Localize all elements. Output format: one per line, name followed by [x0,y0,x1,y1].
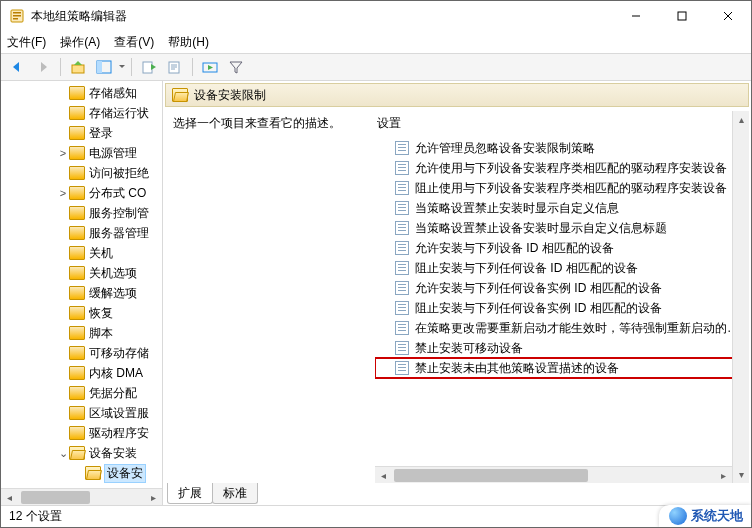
settings-vertical-scrollbar[interactable]: ▴ ▾ [732,111,749,483]
title-bar: 本地组策略编辑器 [1,1,751,31]
settings-item[interactable]: 当策略设置禁止安装时显示自定义信息 [375,198,749,218]
forward-button[interactable] [31,56,55,78]
scroll-track[interactable] [18,489,145,505]
tree-item[interactable]: 内核 DMA [1,363,162,383]
scroll-up-icon[interactable]: ▴ [733,111,749,128]
settings-column: 设置 允许管理员忽略设备安装限制策略允许使用与下列设备安装程序类相匹配的驱动程序… [375,111,749,483]
policy-icon [395,221,409,235]
settings-item[interactable]: 允许安装与下列设备 ID 相匹配的设备 [375,238,749,258]
watermark-text: 系统天地 [691,507,743,525]
tree-item[interactable]: 服务器管理 [1,223,162,243]
details-header: 设备安装限制 [165,83,749,107]
svg-marker-21 [208,65,213,70]
details-panel: 设备安装限制 选择一个项目来查看它的描述。 设置 允许管理员忽略设备安装限制策略… [163,81,751,505]
tree-item[interactable]: 关机选项 [1,263,162,283]
tree-item[interactable]: 区域设置服 [1,403,162,423]
chevron-right-icon[interactable] [57,187,69,199]
scroll-track[interactable] [733,128,749,466]
settings-item[interactable]: 当策略设置禁止设备安装时显示自定义信息标题 [375,218,749,238]
tree-item[interactable]: 存储运行状 [1,103,162,123]
tree-item[interactable]: 设备安装 [1,443,162,463]
tree-item[interactable]: 存储感知 [1,83,162,103]
chevron-right-icon[interactable] [57,147,69,159]
tree-item[interactable]: 分布式 CO [1,183,162,203]
scroll-right-icon[interactable]: ▸ [145,489,162,505]
settings-item[interactable]: 允许安装与下列任何设备实例 ID 相匹配的设备 [375,278,749,298]
settings-item[interactable]: 在策略更改需要重新启动才能生效时，等待强制重新启动的… [375,318,749,338]
tab-extended[interactable]: 扩展 [167,483,213,504]
properties-button[interactable] [163,56,187,78]
tree-item-label: 恢复 [89,305,113,322]
scroll-left-icon[interactable]: ◂ [375,467,392,483]
settings-item[interactable]: 允许使用与下列设备安装程序类相匹配的驱动程序安装设备 [375,158,749,178]
window-title: 本地组策略编辑器 [31,8,613,25]
scroll-track[interactable] [392,467,715,483]
scroll-thumb[interactable] [394,469,588,482]
settings-item[interactable]: 阻止使用与下列设备安装程序类相匹配的驱动程序安装设备 [375,178,749,198]
back-button[interactable] [5,56,29,78]
tree-item[interactable]: 可移动存储 [1,343,162,363]
tree-item[interactable]: 驱动程序安 [1,423,162,443]
maximize-button[interactable] [659,1,705,31]
tree-panel: 存储感知存储运行状登录电源管理访问被拒绝分布式 CO服务控制管服务器管理关机关机… [1,81,163,505]
tree-item[interactable]: 关机 [1,243,162,263]
policy-icon [395,341,409,355]
menu-view[interactable]: 查看(V) [114,34,154,51]
tree-toggle-spacer [57,407,69,419]
tree-item[interactable]: 缓解选项 [1,283,162,303]
app-icon [9,8,25,24]
scroll-down-icon[interactable]: ▾ [733,466,749,483]
filter-button[interactable] [224,56,248,78]
tree-item[interactable]: 访问被拒绝 [1,163,162,183]
tree-horizontal-scrollbar[interactable]: ◂ ▸ [1,488,162,505]
tab-standard[interactable]: 标准 [212,483,258,504]
tree-toggle-spacer [73,467,85,479]
tree-toggle-spacer [57,287,69,299]
scroll-thumb[interactable] [21,491,91,504]
scroll-right-icon[interactable]: ▸ [715,467,732,483]
settings-item[interactable]: 阻止安装与下列任何设备实例 ID 相匹配的设备 [375,298,749,318]
policy-icon [395,241,409,255]
settings-item-label: 允许安装与下列任何设备实例 ID 相匹配的设备 [415,280,662,297]
policy-icon [395,281,409,295]
settings-horizontal-scrollbar[interactable]: ◂ ▸ [375,466,732,483]
tree-item[interactable]: 服务控制管 [1,203,162,223]
export-button[interactable] [137,56,161,78]
tree-scroll-area[interactable]: 存储感知存储运行状登录电源管理访问被拒绝分布式 CO服务控制管服务器管理关机关机… [1,81,162,488]
folder-open-icon [172,88,188,102]
tree-item-label: 内核 DMA [89,365,143,382]
menu-file[interactable]: 文件(F) [7,34,46,51]
settings-item[interactable]: 禁止安装可移动设备 [375,338,749,358]
settings-item[interactable]: 允许管理员忽略设备安装限制策略 [375,138,749,158]
toolbar-dropdown-icon[interactable] [118,56,126,78]
up-button[interactable] [66,56,90,78]
settings-list[interactable]: 允许管理员忽略设备安装限制策略允许使用与下列设备安装程序类相匹配的驱动程序安装设… [375,138,749,466]
tree-item[interactable]: 脚本 [1,323,162,343]
chevron-down-icon[interactable] [57,447,69,460]
show-hide-tree-button[interactable] [92,56,116,78]
menu-help[interactable]: 帮助(H) [168,34,209,51]
close-button[interactable] [705,1,751,31]
tree-item-label: 存储感知 [89,85,137,102]
details-content: 选择一个项目来查看它的描述。 设置 允许管理员忽略设备安装限制策略允许使用与下列… [163,111,751,483]
scroll-left-icon[interactable]: ◂ [1,489,18,505]
preview-button[interactable] [198,56,222,78]
tree-item-label: 设备安装 [89,445,137,462]
tree-item[interactable]: 登录 [1,123,162,143]
tree-item[interactable]: 电源管理 [1,143,162,163]
description-prompt: 选择一个项目来查看它的描述。 [173,115,369,132]
settings-item-label: 阻止安装与下列任何设备实例 ID 相匹配的设备 [415,300,662,317]
settings-column-header[interactable]: 设置 [375,111,749,138]
main-body: 存储感知存储运行状登录电源管理访问被拒绝分布式 CO服务控制管服务器管理关机关机… [1,81,751,505]
policy-icon [395,201,409,215]
settings-item[interactable]: 禁止安装未由其他策略设置描述的设备 [375,358,749,378]
settings-item[interactable]: 阻止安装与下列任何设备 ID 相匹配的设备 [375,258,749,278]
tree-item[interactable]: 凭据分配 [1,383,162,403]
status-bar: 12 个设置 [1,505,751,527]
tree-item[interactable]: 设备安 [1,463,162,483]
tree-item[interactable]: 恢复 [1,303,162,323]
watermark: 系统天地 [659,505,751,527]
minimize-button[interactable] [613,1,659,31]
menu-action[interactable]: 操作(A) [60,34,100,51]
settings-item-label: 允许管理员忽略设备安装限制策略 [415,140,595,157]
